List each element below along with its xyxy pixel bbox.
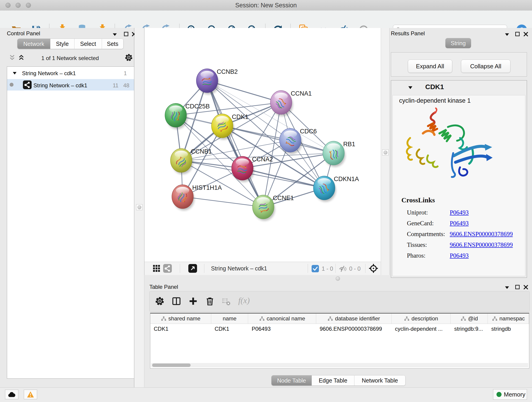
tab-select[interactable]: Select (75, 39, 102, 49)
table-panel-close-icon[interactable] (523, 284, 529, 290)
node-CCNA2[interactable] (232, 156, 254, 182)
collapse-all-networks-icon[interactable] (8, 54, 16, 61)
crosslink-row: Compartments:9606.ENSP00000378699 (407, 229, 521, 240)
show-columns-icon[interactable] (171, 296, 181, 306)
node-RB1[interactable] (323, 141, 345, 167)
tab-node-table[interactable]: Node Table (272, 375, 312, 385)
table-horizontal-scrollbar[interactable] (151, 363, 528, 367)
results-panel-float-icon[interactable] (515, 31, 520, 37)
tab-network-table[interactable]: Network Table (355, 375, 405, 385)
network-collection-label[interactable]: String Network – cdk1 (22, 70, 76, 77)
crosslink-link[interactable]: 9606.ENSP00000378699 (450, 241, 513, 249)
node-CDKN1A[interactable] (313, 176, 336, 202)
string-view-icon[interactable] (163, 264, 172, 273)
node-CDK1[interactable] (211, 114, 234, 140)
crosslink-label: Compartments: (407, 230, 450, 238)
crosslinks-list: Uniprot:P06493GeneCard:P06493Compartment… (407, 207, 521, 261)
control-panel-menu-icon[interactable] (112, 32, 118, 37)
node-CCNA1[interactable] (270, 90, 293, 116)
tree-expander-icon[interactable] (12, 71, 17, 76)
table-row[interactable]: CDK1CDK1P064939606.ENSP00000378699cyclin… (150, 324, 529, 334)
gene-section-expander-icon[interactable] (407, 85, 413, 90)
footer-separator (336, 264, 336, 273)
selected-checkbox-icon[interactable] (312, 265, 319, 272)
delete-column-trash-icon[interactable] (205, 296, 215, 306)
table-cell[interactable]: 9606.ENSP00000378699 (316, 324, 392, 334)
warning-triangle-icon (27, 391, 34, 398)
crosslink-row: Pharos:P06493 (407, 250, 521, 261)
results-panel-close-icon[interactable] (523, 31, 529, 37)
column-header-name[interactable]: name (211, 313, 248, 324)
right-divider-handle[interactable] (382, 149, 389, 155)
horizontal-divider-handle[interactable] (336, 276, 340, 281)
network-tree (7, 66, 134, 379)
attribute-type-icon (259, 316, 265, 322)
footer-separator (365, 264, 365, 273)
selected-node-edge-count: 1 - 0 (322, 265, 333, 272)
hidden-eye-slash-icon[interactable] (338, 265, 347, 273)
results-panel-menu-icon[interactable] (504, 32, 510, 37)
node-CCNB2[interactable] (196, 69, 219, 95)
crosslink-link[interactable]: P06493 (450, 252, 469, 259)
network-nodes (165, 69, 345, 221)
tab-style[interactable]: Style (51, 39, 75, 49)
node-HIST1H1A[interactable] (172, 185, 194, 211)
memory-label: Memory (504, 391, 525, 398)
gene-symbol: CDK1 (425, 83, 444, 91)
tab-sets[interactable]: Sets (102, 39, 123, 49)
attribute-type-icon (404, 316, 410, 322)
gear-icon[interactable] (124, 53, 133, 62)
table-settings-gear-icon[interactable] (155, 296, 165, 306)
edge-CCNE1-HIST1H1A[interactable] (183, 197, 263, 207)
attribute-type-icon (461, 316, 466, 322)
crosslink-link[interactable]: P06493 (450, 209, 469, 216)
edge-count: 48 (123, 82, 129, 89)
node-label-CDC6: CDC6 (300, 128, 317, 135)
table-panel-float-icon[interactable] (515, 284, 520, 290)
network-canvas[interactable]: CCNB2CCNA1CDC25BCDK1CDC6RB1CCNB1CCNA2CDK… (144, 28, 381, 262)
node-label-CCNB1: CCNB1 (191, 148, 212, 155)
column-header-description[interactable]: description (392, 313, 451, 324)
crosslink-link[interactable]: 9606.ENSP00000378699 (450, 230, 513, 238)
grid-view-icon[interactable] (152, 264, 161, 273)
tab-string[interactable]: String (445, 38, 471, 48)
table-panel-tabs: Node TableEdge TableNetwork Table (271, 375, 405, 386)
column-header-canonical-name[interactable]: canonical name (248, 313, 316, 324)
memory-button[interactable]: Memory (493, 389, 527, 400)
table-cell[interactable]: stringdb:9... (451, 324, 488, 334)
left-split-divider[interactable] (134, 28, 144, 387)
column-header-shared-name[interactable]: shared name (150, 313, 211, 324)
birds-eye-view-icon[interactable] (188, 264, 197, 273)
control-panel-float-icon[interactable] (123, 31, 129, 37)
table-cell[interactable]: CDK1 (211, 324, 248, 334)
table-scrollbar-thumb[interactable] (152, 364, 191, 367)
footer-separator (308, 264, 308, 273)
column-header-namespac[interactable]: namespac (488, 313, 529, 324)
expand-all-button[interactable]: Expand All (408, 60, 452, 73)
tab-network[interactable]: Network (17, 39, 51, 49)
string-network-icon (23, 80, 32, 89)
network-row-label[interactable]: String Network – cdk1 (33, 82, 87, 89)
crosslink-link[interactable]: P06493 (450, 220, 469, 227)
add-column-plus-icon[interactable] (188, 296, 198, 306)
table-cell[interactable]: stringdb (488, 324, 529, 334)
fit-selected-crosshair-icon[interactable] (368, 263, 379, 274)
cloud-status-button[interactable] (5, 390, 18, 399)
expand-all-networks-icon[interactable] (17, 54, 25, 61)
window-title: Session: New Session (0, 0, 532, 11)
node-label-CDKN1A: CDKN1A (334, 176, 359, 182)
collapse-all-button[interactable]: Collapse All (461, 60, 510, 73)
node-CCNE1[interactable] (253, 195, 275, 221)
table-panel-title: Table Panel (149, 284, 178, 290)
table-cell[interactable]: CDK1 (150, 324, 211, 334)
warnings-button[interactable] (24, 390, 37, 399)
left-divider-handle[interactable] (136, 204, 143, 210)
table-cell[interactable]: cyclin-dependent ... (392, 324, 451, 334)
column-header-database-identifier[interactable]: database identifier (316, 313, 392, 324)
table-panel-menu-icon[interactable] (504, 285, 510, 290)
tab-edge-table[interactable]: Edge Table (312, 375, 355, 385)
table-cell[interactable]: P06493 (248, 324, 316, 334)
edge-CCNA2-CDKN1A[interactable] (242, 168, 324, 188)
node-CDC25B[interactable] (165, 103, 187, 129)
column-header--id[interactable]: @id (451, 313, 488, 324)
